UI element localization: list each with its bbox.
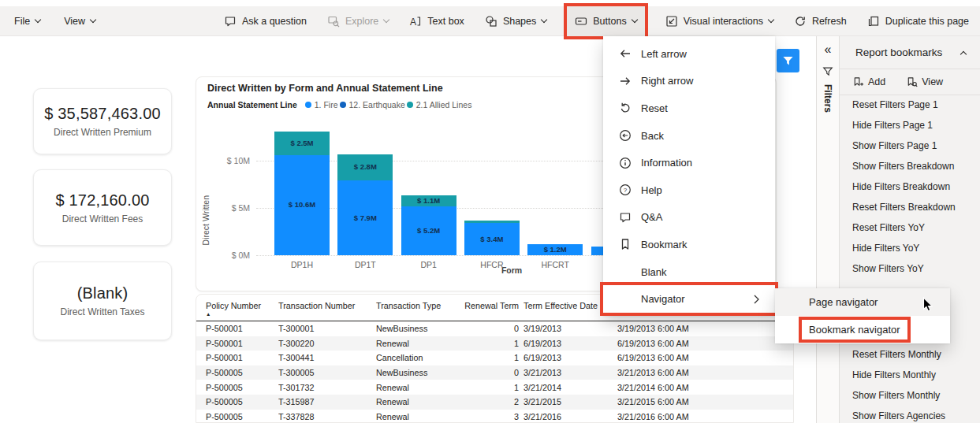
menu-item-back[interactable]: Back — [603, 122, 775, 150]
bookmark-item-reset-filters-page-1[interactable]: Reset Filters Page 1 — [840, 95, 980, 115]
table-cell: 3/21/2014 — [524, 383, 617, 392]
menu-item-bookmark[interactable]: Bookmark — [603, 231, 775, 258]
legend-title: Annual Statement Line — [207, 100, 297, 109]
blank-icon — [619, 293, 632, 306]
column-header-renewal-term[interactable]: Renewal Term — [458, 301, 524, 321]
menu-item-navigator[interactable]: Navigator — [603, 285, 775, 313]
table-cell: Renewal — [376, 397, 458, 406]
shapes-label: Shapes — [503, 16, 536, 27]
table-row[interactable]: P-500005T-300005NewBusiness03/21/20133/2… — [196, 365, 793, 380]
menu-item-help[interactable]: ?Help — [603, 176, 775, 204]
kpi-card-direct-written-taxes[interactable]: (Blank) Direct Written Taxes — [33, 262, 172, 340]
bookmark-item-show-filters-breakdown[interactable]: Show Filters Breakdown — [840, 156, 980, 176]
menu-item-information[interactable]: Information — [603, 149, 775, 176]
explore-label: Explore — [345, 16, 378, 27]
mouse-cursor — [922, 297, 934, 313]
kpi-value: (Blank) — [77, 284, 129, 302]
x-axis-tick-label: DP1 — [401, 260, 456, 269]
bookmark-item-show-filters-page-1[interactable]: Show Filters Page 1 — [840, 135, 980, 156]
ask-a-question-button[interactable]: Ask a question — [224, 6, 307, 36]
bookmark-item-hide-filters-monthly[interactable]: Hide Filters Monthly — [840, 365, 980, 385]
table-cell: 1 — [458, 353, 524, 362]
refresh-button[interactable]: Refresh — [794, 6, 847, 36]
table-cell: 0 — [458, 368, 524, 377]
visual-interactions-button[interactable]: Visual interactions — [665, 6, 773, 36]
qa-icon — [619, 211, 632, 224]
expand-pane-icon[interactable]: « — [825, 43, 832, 56]
table-cell: 6/19/2013 6:00 AM — [617, 353, 728, 362]
x-axis-tick-label: DP1T — [337, 260, 393, 269]
shapes-button[interactable]: Shapes — [485, 6, 546, 36]
legend-item-1-fire[interactable]: 1. Fire — [305, 100, 338, 109]
bookmark-item-hide-filters-page-1[interactable]: Hide Filters Page 1 — [840, 115, 980, 135]
toolbar: File View Ask a question Explore A Text … — [0, 6, 980, 36]
kpi-label: Direct Written Premium — [54, 127, 151, 138]
bookmark-item-show-filters-agencies[interactable]: Show Filters Agencies — [840, 406, 980, 423]
legend-item-2-1-allied-lines[interactable]: 2.1 Allied Lines — [407, 100, 472, 109]
data-label: $ 1.1M — [401, 196, 456, 205]
view-label: View — [922, 76, 943, 87]
y-axis-title: Direct Written — [201, 195, 211, 245]
report-bookmarks-panel: Report bookmarks Add View Reset Filters … — [839, 36, 980, 423]
table-cell: T-315987 — [278, 397, 376, 406]
data-label: $ 5.2M — [401, 226, 456, 235]
bookmark-item-reset-filters-yoy[interactable]: Reset Filters YoY — [840, 217, 980, 238]
kpi-card-direct-written-premium[interactable]: $ 35,587,463.00 Direct Written Premium — [33, 88, 172, 154]
bookmark-item-show-filters-monthly[interactable]: Show Filters Monthly — [840, 385, 980, 406]
table-cell: 3/19/2013 — [524, 324, 617, 333]
chevron-down-icon — [90, 17, 96, 23]
bookmark-item-reset-filters-breakdown[interactable]: Reset Filters Breakdown — [840, 197, 980, 217]
view-bookmarks-button[interactable]: View — [906, 76, 943, 88]
menu-item-q-a[interactable]: Q&A — [603, 204, 775, 232]
text-box-icon: A — [409, 15, 422, 28]
view-menu[interactable]: View — [64, 6, 95, 36]
column-header-policy-number[interactable]: Policy Number▲ — [206, 301, 278, 321]
table-cell: Renewal — [376, 412, 458, 421]
table-row[interactable]: P-500001T-300001NewBusiness03/19/20133/1… — [196, 321, 793, 336]
table-row[interactable]: P-500005T-301732Renewal13/21/20143/21/20… — [196, 380, 793, 395]
bookmark-item-hide-filters-yoy[interactable]: Hide Filters YoY — [840, 238, 980, 258]
table-cell: P-500001 — [206, 339, 278, 348]
table-cell: 3 — [458, 412, 524, 421]
menu-item-right-arrow[interactable]: Right arrow — [603, 68, 775, 95]
column-header-transaction-number[interactable]: Transaction Number — [278, 301, 376, 321]
duplicate-page-button[interactable]: Duplicate this page — [867, 6, 969, 36]
funnel-icon — [782, 55, 794, 67]
table-cell: Renewal — [376, 339, 458, 348]
column-header-transaction-type[interactable]: Transaction Type — [376, 301, 458, 321]
table-row[interactable]: P-500001T-300441Cancellation16/19/20136/… — [196, 351, 793, 365]
bar-segment-allied-lines[interactable] — [464, 221, 520, 224]
chevron-right-icon — [750, 293, 762, 306]
kpi-card-direct-written-fees[interactable]: $ 172,160.00 Direct Written Fees — [33, 169, 172, 246]
filter-pill-button[interactable] — [777, 49, 799, 72]
chevron-down-icon — [35, 17, 41, 23]
collapse-chevron-icon[interactable] — [960, 50, 967, 57]
add-bookmark-button[interactable]: Add — [852, 76, 885, 88]
bookmark-item-show-filters-yoy[interactable]: Show Filters YoY — [840, 258, 980, 279]
legend-item-12-earthquake[interactable]: 12. Earthquake — [340, 100, 405, 109]
bookmark-item-reset-filters-monthly[interactable]: Reset Filters Monthly — [840, 344, 980, 365]
chart-title: Direct Written by Form and Annual Statem… — [207, 83, 443, 94]
buttons-button[interactable]: Buttons — [567, 6, 644, 36]
menu-item-reset[interactable]: Reset — [603, 95, 775, 122]
submenu-item-bookmark-navigator[interactable]: Bookmark navigator — [775, 316, 950, 343]
chevron-down-icon — [631, 17, 637, 23]
text-box-button[interactable]: A Text box — [409, 6, 464, 36]
y-axis-tick-label: $ 0M — [212, 250, 250, 260]
bookmark-item-hide-filters-breakdown[interactable]: Hide Filters Breakdown — [840, 176, 980, 197]
menu-item-blank[interactable]: Blank — [603, 258, 775, 286]
explore-button[interactable]: Explore — [327, 6, 389, 36]
legend-dot — [340, 102, 346, 108]
table-row[interactable]: P-500005T-315987Renewal23/21/20153/21/20… — [196, 395, 793, 410]
table-cell: NewBusiness — [376, 324, 458, 333]
panel-title: Report bookmarks — [855, 46, 942, 58]
chart-legend: Annual Statement Line 1. Fire12. Earthqu… — [207, 100, 473, 109]
table-row[interactable]: P-500005T-337828Renewal33/21/20163/21/20… — [196, 410, 793, 423]
table-row[interactable]: P-500001T-300220Renewal16/19/20136/19/20… — [196, 336, 793, 351]
add-label: Add — [868, 76, 885, 87]
table-cell: Cancellation — [376, 353, 458, 362]
help-icon: ? — [619, 184, 632, 196]
menu-item-label: Q&A — [641, 211, 662, 223]
file-menu[interactable]: File — [14, 6, 40, 36]
menu-item-left-arrow[interactable]: Left arrow — [603, 40, 775, 68]
